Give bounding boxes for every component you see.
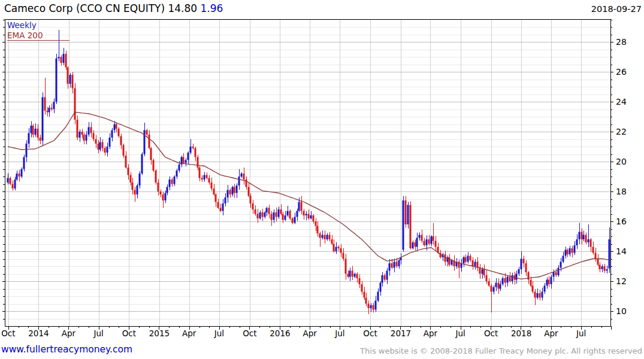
candle-down	[215, 194, 217, 202]
candle-down	[317, 226, 319, 234]
candle-up	[431, 236, 433, 244]
candle-up	[606, 269, 608, 271]
candle-up	[167, 187, 168, 193]
candle-down	[364, 292, 365, 298]
candle-down	[51, 108, 53, 109]
candle-down	[130, 175, 132, 183]
x-tick-label: Apr	[424, 328, 438, 338]
candle-down	[391, 263, 393, 268]
x-tick-label: Oct	[243, 328, 256, 338]
candle-down	[301, 202, 303, 211]
candle-down	[333, 244, 335, 252]
y-tick-label: 24	[616, 97, 627, 107]
x-tick-label: Jul	[334, 328, 344, 338]
candle-down	[572, 248, 573, 253]
candle-down	[523, 259, 525, 264]
candle-down	[384, 275, 386, 280]
candle-up	[227, 190, 229, 198]
candle-down	[530, 280, 532, 286]
candle-down	[331, 239, 333, 244]
candle-up	[426, 239, 428, 245]
candle-up	[69, 75, 71, 84]
candle-down	[12, 184, 14, 189]
candle-down	[211, 182, 213, 188]
candle-up	[285, 215, 286, 220]
x-tick-label: Apr	[303, 328, 318, 338]
candle-up	[232, 187, 234, 195]
y-tick-label: 16	[616, 217, 627, 226]
candle-up	[310, 215, 312, 218]
candle-down	[509, 277, 511, 282]
candle-down	[61, 57, 62, 63]
candle-up	[137, 185, 138, 194]
candle-down	[160, 191, 162, 194]
candle-up	[287, 211, 289, 216]
candle-down	[373, 305, 374, 310]
candle-up	[546, 280, 548, 286]
candle-down	[324, 235, 326, 240]
candle-down	[81, 132, 83, 135]
candle-down	[415, 242, 416, 247]
candle-up	[86, 135, 87, 141]
candle-up	[375, 301, 377, 310]
candle-down	[548, 280, 550, 285]
candle-down	[123, 145, 125, 156]
x-axis: Oct2014AprJulOct2015AprJulOct2016AprJulO…	[1, 326, 611, 338]
candle-down	[93, 133, 95, 139]
candle-up	[31, 126, 32, 133]
candle-down	[162, 194, 164, 200]
price-chart-canvas[interactable]: 10121416182022242628Oct2014AprJulOct2015…	[0, 0, 644, 342]
candle-up	[278, 209, 280, 217]
candle-up	[241, 174, 243, 177]
x-tick-label: 2018	[511, 328, 531, 338]
candle-down	[539, 293, 541, 298]
candle-down	[95, 139, 97, 144]
candle-down	[421, 235, 423, 241]
candle-up	[382, 275, 383, 283]
candle-up	[144, 130, 146, 154]
candle-down	[155, 171, 157, 182]
candle-up	[204, 175, 205, 180]
y-tick-label: 22	[616, 127, 627, 136]
candle-down	[433, 236, 434, 241]
plot-border	[5, 20, 611, 327]
candle-down	[405, 200, 407, 224]
candle-down	[472, 260, 474, 266]
y-tick-label: 18	[616, 187, 627, 196]
candle-up	[266, 208, 268, 213]
candle-down	[220, 208, 222, 211]
candle-up	[412, 242, 414, 248]
candle-up	[99, 142, 101, 150]
candle-down	[498, 283, 500, 289]
candle-up	[416, 238, 418, 247]
candle-down	[396, 262, 398, 267]
candle-up	[322, 235, 323, 238]
candle-down	[248, 187, 250, 196]
candle-up	[259, 212, 261, 218]
candle-up	[294, 217, 296, 223]
candle-down	[72, 75, 74, 89]
candle-down	[356, 274, 358, 279]
candle-down	[345, 259, 347, 274]
candle-down	[201, 178, 203, 180]
candle-down	[229, 190, 231, 195]
candle-down	[234, 187, 235, 193]
candle-up	[222, 203, 224, 211]
y-tick-label: 28	[616, 37, 627, 47]
candle-up	[141, 154, 143, 174]
candle-up	[109, 138, 111, 147]
candle-up	[583, 235, 585, 240]
candle-down	[116, 124, 117, 129]
candles	[7, 30, 610, 314]
candle-up	[463, 257, 465, 263]
candle-up	[507, 277, 509, 283]
site-link[interactable]: www.fullertreacymoney.com	[1, 344, 132, 355]
candle-down	[338, 247, 340, 249]
candle-down	[315, 221, 317, 226]
candle-down	[125, 156, 127, 168]
candle-down	[280, 209, 282, 214]
candle-up	[560, 262, 562, 268]
candle-up	[512, 275, 513, 281]
candle-down	[77, 120, 78, 138]
candle-down	[488, 281, 490, 286]
